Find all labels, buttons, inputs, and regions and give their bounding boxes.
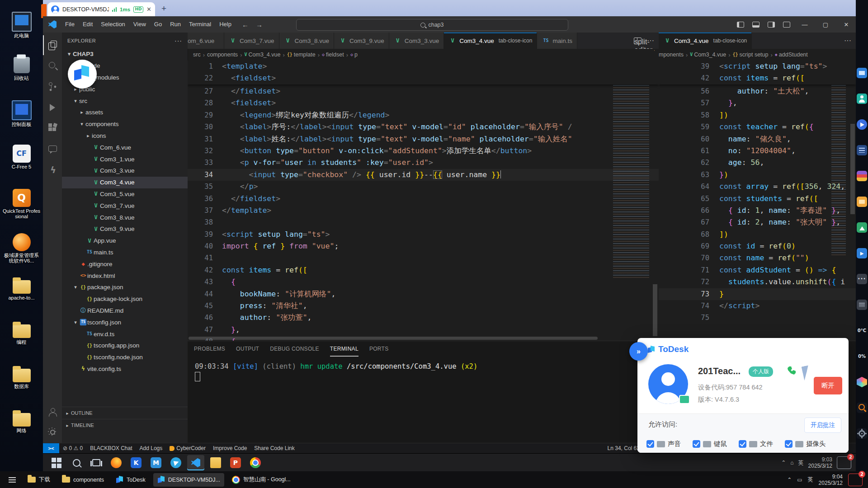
tree-item-tsconfig-node-json[interactable]: {}tsconfig.node.json xyxy=(62,352,188,363)
status-cybercoder[interactable]: CyberCoder xyxy=(166,445,209,451)
activity-debug-icon[interactable] xyxy=(43,98,62,117)
desktop-icon-控制面板[interactable]: 控制面板 xyxy=(2,100,41,127)
close-button[interactable]: ✕ xyxy=(837,16,856,33)
host-tray-display-icon[interactable]: ▭ xyxy=(797,477,802,483)
breadcrumb-item[interactable]: fieldset xyxy=(326,52,344,58)
dock-dots-icon[interactable] xyxy=(857,274,867,284)
minimize-button[interactable]: — xyxy=(795,16,814,33)
host-taskbar-todesk[interactable]: ToDesk xyxy=(112,473,150,487)
host-tray-chevron[interactable]: ⌃ xyxy=(787,477,792,483)
breadcrumb-item[interactable]: Com3_4.vue xyxy=(249,52,281,58)
host-tray-notification-icon[interactable]: 2 xyxy=(848,474,863,486)
tab-com3-3-vue[interactable]: VCom3_3.vue xyxy=(389,33,444,49)
tree-item-readme-md[interactable]: ⓘREADME.md xyxy=(62,305,188,317)
permission-键鼠[interactable]: 键鼠 xyxy=(693,440,727,448)
activity-bolt-icon[interactable] xyxy=(43,160,62,180)
status-add-logs[interactable]: Add Logs xyxy=(136,445,166,451)
tree-item-assets[interactable]: ▸assets xyxy=(62,107,188,118)
tray-hidden-icons-chevron[interactable]: ⌃ xyxy=(781,460,786,466)
tree-item-com3-8-vue[interactable]: VCom3_8.vue xyxy=(62,211,188,223)
activity-files-icon[interactable] xyxy=(43,35,62,55)
breadcrumb-item[interactable]: components xyxy=(207,52,238,58)
activity-search-icon[interactable] xyxy=(43,56,62,76)
dock-monitor-icon[interactable] xyxy=(857,68,867,78)
tree-item-vite-config-ts[interactable]: ϟvite.config.ts xyxy=(62,363,188,375)
activity-git-icon[interactable] xyxy=(43,77,62,97)
desktop-icon-apache-to-[interactable]: apache-to... xyxy=(2,277,41,300)
host-taskbar-components[interactable]: components xyxy=(58,473,108,487)
tree-item--gitignore[interactable]: ◆.gitignore xyxy=(62,258,188,270)
permission-文件[interactable]: 文件 xyxy=(739,440,773,448)
taskbar-dir-icon[interactable] xyxy=(207,455,224,470)
panel-tab-problems[interactable]: PROBLEMS xyxy=(194,341,225,357)
toggle-secondary-sidebar-icon[interactable] xyxy=(764,19,778,30)
host-taskbar-desktop-vm5dj-[interactable]: DESKTOP-VM5DJ... xyxy=(153,473,224,487)
taskbar-ppt-icon[interactable]: P xyxy=(227,455,244,470)
restore-button[interactable]: ▢ xyxy=(816,16,835,33)
breadcrumb-item[interactable]: Com3_4.vue xyxy=(694,52,726,58)
toggle-panel-icon[interactable] xyxy=(749,19,763,30)
taskbar-task-icon[interactable] xyxy=(88,455,105,470)
desktop-icon-quicktest-professional[interactable]: QuickTest Professional xyxy=(2,189,41,219)
more-tabs-icon[interactable]: ··· xyxy=(844,37,851,45)
tree-item-com3-7-vue[interactable]: VCom3_7.vue xyxy=(62,200,188,211)
taskbar-m-icon[interactable]: M xyxy=(147,455,165,470)
desktop-icon-网络[interactable]: 网络 xyxy=(2,410,41,433)
tree-item-app-vue[interactable]: VApp.vue xyxy=(62,235,188,247)
timeline-section[interactable]: ▸TIMELINE xyxy=(62,419,188,431)
true[interactable]: tab-close-icon xyxy=(499,38,533,44)
tree-item-com3-1-vue[interactable]: VCom3_1.vue xyxy=(62,153,188,165)
tree-item-package-lock-json[interactable]: {}package-lock.json xyxy=(62,293,188,305)
tree-item-components[interactable]: ▾components xyxy=(62,118,188,130)
explorer-more-actions-icon[interactable]: ··· xyxy=(175,37,182,44)
remote-cursor-icon[interactable] xyxy=(802,366,811,380)
tab-com3-9-vue[interactable]: VCom3_9.vue xyxy=(334,33,389,49)
tree-item-com-6-vue[interactable]: VCom_6.vue xyxy=(62,141,188,153)
tab-com3-4-vue[interactable]: VCom3_4.vuetab-close-icon xyxy=(659,33,752,49)
menu-file[interactable]: File xyxy=(61,19,79,30)
panel-tab-debug-console[interactable]: DEBUG CONSOLE xyxy=(270,341,319,357)
status-blackbox-chat[interactable]: BLACKBOX Chat xyxy=(86,445,136,451)
taskbar-tg-icon[interactable] xyxy=(167,455,184,470)
tree-item-chap3[interactable]: ▾CHAP3 xyxy=(62,48,188,60)
tree-item-com3-5-vue[interactable]: VCom3_5.vue xyxy=(62,188,188,200)
breadcrumb-item[interactable]: mponents xyxy=(659,52,684,58)
panel-tab-output[interactable]: OUTPUT xyxy=(236,341,259,357)
tree-item-com3-4-vue[interactable]: VCom3_4.vue xyxy=(62,177,188,188)
status-improve-code[interactable]: Improve Code xyxy=(209,445,250,451)
breadcrumb-item[interactable]: p xyxy=(354,52,358,58)
editor-right[interactable]: 39<script setup lang="ts">42const items … xyxy=(659,61,856,341)
taskbar-k-icon[interactable]: K xyxy=(127,455,145,470)
taskbar-win-icon[interactable] xyxy=(48,455,65,470)
status-share-code-link[interactable]: Share Code Link xyxy=(250,445,298,451)
activity-gear-icon[interactable] xyxy=(43,422,62,442)
breadcrumb-left[interactable]: src›components›VCom3_4.vue›{}template›◇f… xyxy=(193,49,654,61)
tree-item-tsconfig-app-json[interactable]: {}tsconfig.app.json xyxy=(62,340,188,352)
tree-item-com3-9-vue[interactable]: VCom3_9.vue xyxy=(62,223,188,235)
host-tray-input-language[interactable]: 英 xyxy=(808,476,813,483)
activity-ext-icon[interactable] xyxy=(43,118,62,138)
host-taskbar-智慧山南-googl-[interactable]: 智慧山南 - Googl... xyxy=(228,473,295,487)
tree-item-index-html[interactable]: <>index.html xyxy=(62,270,188,282)
tab-close-icon[interactable]: ✕ xyxy=(146,6,151,13)
taskbar-search-icon[interactable] xyxy=(68,455,85,470)
dock-folder2-icon[interactable] xyxy=(857,197,867,207)
dock-list-icon[interactable] xyxy=(857,145,867,155)
menu-edit[interactable]: Edit xyxy=(79,19,97,30)
todesk-collapse-button[interactable]: » xyxy=(629,342,648,361)
dock-search-icon[interactable] xyxy=(857,403,867,413)
dock-image-icon[interactable] xyxy=(857,222,867,233)
activity-person-icon[interactable] xyxy=(43,402,62,422)
desktop-icon-c-free-5[interactable]: C-Free 5 xyxy=(2,145,41,169)
breadcrumb-item[interactable]: template xyxy=(294,52,316,58)
tray-notifications-icon[interactable]: 2 xyxy=(837,456,851,469)
tray-input-language[interactable]: 英 xyxy=(798,459,804,467)
nav-back-icon[interactable]: ← xyxy=(242,21,249,28)
menu-help[interactable]: Help xyxy=(215,19,236,30)
tab-om-6-vue[interactable]: om_6.vue xyxy=(188,33,224,49)
enable-annotation-button[interactable]: 开启批注 xyxy=(804,418,841,433)
dock-video-icon[interactable] xyxy=(857,248,867,258)
tab-com3-4-vue[interactable]: VCom3_4.vuetab-close-icon xyxy=(444,33,537,49)
toggle-sidebar-icon[interactable] xyxy=(734,19,747,30)
breadcrumb-item[interactable]: script setup xyxy=(740,52,769,58)
